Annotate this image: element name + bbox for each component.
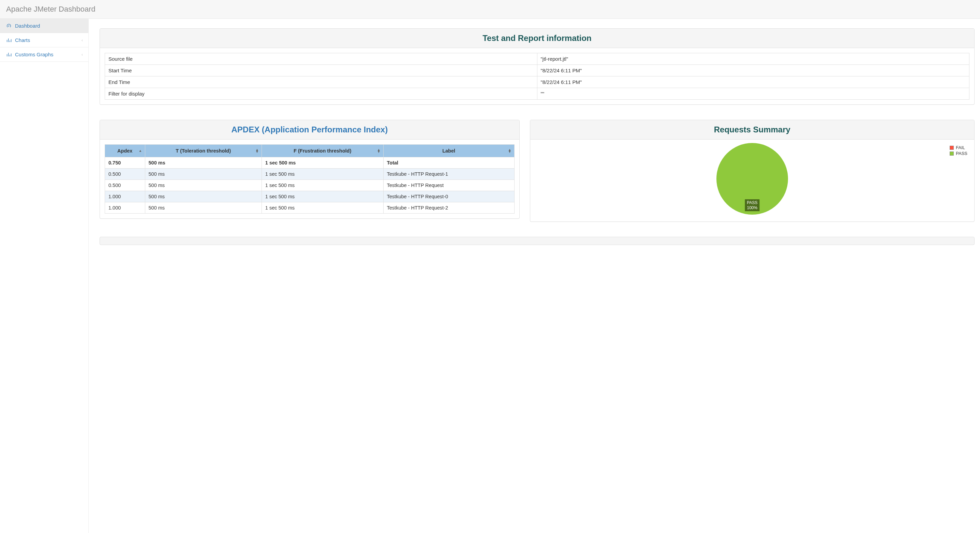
sort-icon: ▲▼: [377, 149, 380, 153]
panel-header-test-info: Test and Report information: [100, 29, 974, 48]
sidebar-item-customs-graphs[interactable]: Customs Graphs‹: [0, 48, 88, 62]
table-row: End Time"8/22/24 6:11 PM": [105, 77, 969, 88]
column-label: T (Toleration threshold): [176, 148, 231, 153]
legend-label: FAIL: [956, 145, 965, 150]
table-row: Source file"jtl-report.jtl": [105, 53, 969, 65]
panel-header-requests-summary: Requests Summary: [530, 120, 974, 140]
panel-test-info: Test and Report information Source file"…: [100, 28, 975, 105]
info-key: Start Time: [105, 65, 538, 77]
table-row: 0.500500 ms1 sec 500 msTestkube - HTTP R…: [105, 169, 515, 180]
cell-frustration: 1 sec 500 ms: [261, 180, 383, 191]
bar-chart-icon: [6, 52, 11, 57]
table-apdex: Apdex▲T (Toleration threshold)▲▼F (Frust…: [105, 144, 515, 214]
table-row: Start Time"8/22/24 6:11 PM": [105, 65, 969, 77]
legend-swatch: [950, 152, 954, 156]
column-header[interactable]: F (Frustration threshold)▲▼: [261, 145, 383, 157]
info-value: "jtl-report.jtl": [537, 53, 969, 65]
cell-frustration: 1 sec 500 ms: [261, 169, 383, 180]
table-row: 1.000500 ms1 sec 500 msTestkube - HTTP R…: [105, 191, 515, 202]
cell-toleration: 500 ms: [145, 191, 261, 202]
cell-apdex: 1.000: [105, 191, 145, 202]
sort-icon: ▲▼: [508, 149, 511, 153]
tachometer-icon: [6, 23, 11, 29]
app-header: Apache JMeter Dashboard: [0, 0, 980, 19]
info-value: "8/22/24 6:11 PM": [537, 65, 969, 77]
info-key: End Time: [105, 77, 538, 88]
panel-placeholder: [100, 237, 975, 245]
cell-toleration: 500 ms: [145, 157, 261, 169]
cell-frustration: 1 sec 500 ms: [261, 191, 383, 202]
pie-chart[interactable]: PASS 100%: [716, 143, 788, 215]
cell-apdex: 0.500: [105, 169, 145, 180]
bar-chart-icon: [6, 38, 11, 43]
pie-slice-label: PASS 100%: [745, 199, 759, 211]
table-test-info: Source file"jtl-report.jtl"Start Time"8/…: [105, 53, 969, 100]
panel-body-apdex: Apdex▲T (Toleration threshold)▲▼F (Frust…: [100, 140, 519, 219]
sidebar: DashboardCharts‹Customs Graphs‹: [0, 19, 89, 533]
legend-label: PASS: [956, 151, 967, 156]
chevron-left-icon: ‹: [81, 38, 83, 43]
panel-body-test-info: Source file"jtl-report.jtl"Start Time"8/…: [100, 48, 974, 104]
sidebar-item-label: Charts: [15, 37, 30, 43]
pie-label-pct: 100%: [747, 206, 757, 210]
cell-toleration: 500 ms: [145, 180, 261, 191]
column-header[interactable]: Apdex▲: [105, 145, 145, 157]
column-header[interactable]: Label▲▼: [383, 145, 514, 157]
info-key: Filter for display: [105, 88, 538, 100]
pie-label-name: PASS: [747, 200, 757, 205]
table-row: Filter for display"": [105, 88, 969, 100]
column-header[interactable]: T (Toleration threshold)▲▼: [145, 145, 261, 157]
panel-title-requests-summary: Requests Summary: [537, 125, 967, 134]
chevron-left-icon: ‹: [81, 52, 83, 57]
table-row: 0.500500 ms1 sec 500 msTestkube - HTTP R…: [105, 180, 515, 191]
cell-toleration: 500 ms: [145, 169, 261, 180]
cell-label: Total: [383, 157, 514, 169]
app-title: Apache JMeter Dashboard: [6, 5, 974, 14]
table-row: 1.000500 ms1 sec 500 msTestkube - HTTP R…: [105, 202, 515, 214]
cell-apdex: 0.750: [105, 157, 145, 169]
panel-title-apdex: APDEX (Application Performance Index): [107, 125, 512, 134]
cell-label: Testkube - HTTP Request-2: [383, 202, 514, 214]
pie-chart-area: FAILPASS PASS 100%: [530, 140, 974, 222]
sidebar-item-dashboard[interactable]: Dashboard: [0, 19, 88, 33]
info-key: Source file: [105, 53, 538, 65]
column-label: Apdex: [117, 148, 132, 153]
column-label: Label: [442, 148, 455, 153]
cell-toleration: 500 ms: [145, 202, 261, 214]
cell-frustration: 1 sec 500 ms: [261, 157, 383, 169]
table-row: 0.750500 ms1 sec 500 msTotal: [105, 157, 515, 169]
pie-legend: FAILPASS: [950, 145, 967, 156]
sidebar-item-label: Customs Graphs: [15, 51, 54, 57]
panel-title-test-info: Test and Report information: [107, 34, 967, 43]
cell-label: Testkube - HTTP Request: [383, 180, 514, 191]
sidebar-item-charts[interactable]: Charts‹: [0, 33, 88, 48]
cell-label: Testkube - HTTP Request-1: [383, 169, 514, 180]
cell-apdex: 0.500: [105, 180, 145, 191]
panel-requests-summary: Requests Summary FAILPASS PASS 100%: [530, 120, 975, 222]
sidebar-item-label: Dashboard: [15, 23, 40, 29]
sort-icon: ▲▼: [255, 149, 259, 153]
cell-label: Testkube - HTTP Request-0: [383, 191, 514, 202]
legend-swatch: [950, 146, 954, 150]
sort-icon: ▲: [139, 150, 142, 152]
info-value: "8/22/24 6:11 PM": [537, 77, 969, 88]
column-label: F (Frustration threshold): [294, 148, 351, 153]
cell-apdex: 1.000: [105, 202, 145, 214]
main-content: Test and Report information Source file"…: [89, 19, 980, 533]
legend-item[interactable]: PASS: [950, 151, 967, 156]
cell-frustration: 1 sec 500 ms: [261, 202, 383, 214]
panel-header-apdex[interactable]: APDEX (Application Performance Index): [100, 120, 519, 140]
info-value: "": [537, 88, 969, 100]
legend-item[interactable]: FAIL: [950, 145, 967, 150]
panel-apdex: APDEX (Application Performance Index) Ap…: [100, 120, 520, 219]
